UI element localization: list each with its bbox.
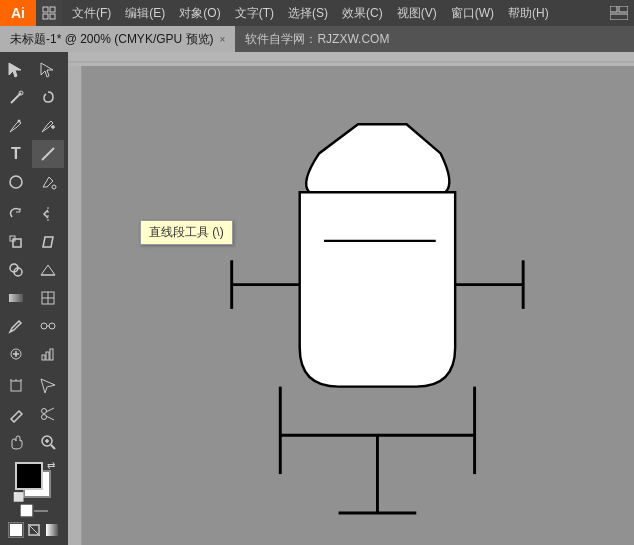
selection-tool[interactable]: [0, 56, 32, 84]
mirror-tool[interactable]: [32, 200, 64, 228]
tool-row-symbol: [0, 340, 68, 368]
normal-mode-btn[interactable]: [18, 504, 50, 520]
tab-active-label: 未标题-1* @ 200% (CMYK/GPU 预览): [10, 31, 214, 48]
tool-row-artboard: [0, 372, 68, 400]
svg-line-49: [28, 524, 40, 536]
svg-rect-29: [42, 355, 45, 360]
tooltip: 直线段工具 (\): [140, 220, 233, 245]
canvas-area: 直线段工具 (\): [68, 52, 634, 545]
tab-inactive[interactable]: 软件自学网：RJZXW.COM: [235, 26, 399, 52]
tool-row-scale: [0, 228, 68, 256]
workspace-icon[interactable]: [36, 0, 62, 26]
svg-rect-4: [610, 6, 617, 12]
bottom-tools: [8, 504, 60, 542]
menu-file[interactable]: 文件(F): [66, 3, 117, 24]
svg-rect-47: [10, 524, 22, 536]
pen-tool[interactable]: [0, 112, 32, 140]
horizontal-ruler: [68, 52, 634, 66]
svg-point-14: [52, 185, 56, 189]
symbol-tool[interactable]: [0, 340, 32, 368]
paintbucket-tool[interactable]: [32, 168, 64, 196]
svg-rect-0: [43, 7, 48, 12]
svg-rect-2: [43, 14, 48, 19]
menu-bar: Ai 文件(F) 编辑(E) 对象(O) 文字(T) 选择(S) 效果(C) 视…: [0, 0, 634, 26]
menu-items: 文件(F) 编辑(E) 对象(O) 文字(T) 选择(S) 效果(C) 视图(V…: [62, 3, 559, 24]
magic-wand-tool[interactable]: [0, 84, 32, 112]
artwork-svg[interactable]: [82, 66, 634, 545]
svg-rect-50: [46, 524, 58, 536]
fill-btn[interactable]: [8, 522, 24, 538]
color-area: ⇄ ⬜: [0, 456, 70, 545]
left-toolbar: T: [0, 52, 68, 545]
shear-tool[interactable]: [32, 228, 64, 256]
scissors-tool[interactable]: [32, 400, 64, 428]
foreground-color-box[interactable]: [15, 462, 43, 490]
lasso-tool[interactable]: [32, 84, 64, 112]
menu-view[interactable]: 视图(V): [391, 3, 443, 24]
tab-close-button[interactable]: ×: [220, 34, 226, 45]
menu-window[interactable]: 窗口(W): [445, 3, 500, 24]
ellipse-tool[interactable]: [0, 168, 32, 196]
mode-row: [18, 504, 50, 520]
canvas-content: [82, 66, 634, 545]
tool-row-select: [0, 56, 68, 84]
svg-rect-6: [610, 14, 628, 20]
tool-row-rotate: [0, 200, 68, 228]
tool-row-hand: [0, 428, 68, 456]
zoom-tool[interactable]: [32, 428, 64, 456]
tool-row-pen: [0, 112, 68, 140]
shape-builder-tool[interactable]: [0, 256, 32, 284]
tool-row-eyedrop: [0, 312, 68, 340]
menu-select[interactable]: 选择(S): [282, 3, 334, 24]
scale-tool[interactable]: [0, 228, 32, 256]
tab-active[interactable]: 未标题-1* @ 200% (CMYK/GPU 预览) ×: [0, 26, 235, 52]
line-tool[interactable]: [32, 140, 64, 168]
svg-line-12: [42, 148, 54, 160]
add-anchor-tool[interactable]: [32, 112, 64, 140]
tool-row-shape: [0, 168, 68, 196]
vertical-ruler: [68, 66, 82, 545]
slice-tool[interactable]: [32, 372, 64, 400]
menu-help[interactable]: 帮助(H): [502, 3, 555, 24]
menu-effect[interactable]: 效果(C): [336, 3, 389, 24]
svg-rect-5: [619, 6, 628, 12]
svg-rect-16: [13, 239, 21, 247]
chart-tool[interactable]: [32, 340, 64, 368]
color-swatches[interactable]: ⇄ ⬜: [13, 460, 55, 502]
tool-row-builder: [0, 256, 68, 284]
hand-tool[interactable]: [0, 428, 32, 456]
tool-row-gradient: [0, 284, 68, 312]
svg-rect-54: [68, 52, 634, 66]
gradient-tool[interactable]: [0, 284, 32, 312]
reset-colors-icon[interactable]: ⬜: [13, 492, 24, 502]
artboard-tool[interactable]: [0, 372, 32, 400]
svg-point-25: [41, 323, 47, 329]
svg-rect-1: [50, 7, 55, 12]
tool-row-wand: [0, 84, 68, 112]
svg-rect-30: [46, 352, 49, 360]
svg-line-39: [46, 416, 54, 420]
blend-tool[interactable]: [32, 312, 64, 340]
arrange-windows-icon[interactable]: [610, 6, 628, 20]
view-mode-row: [8, 522, 60, 538]
menu-object[interactable]: 对象(O): [173, 3, 226, 24]
svg-point-26: [49, 323, 55, 329]
svg-point-13: [10, 176, 22, 188]
svg-line-38: [46, 408, 54, 412]
rotate-tool[interactable]: [0, 200, 32, 228]
stroke-btn[interactable]: [26, 522, 42, 538]
direct-select-tool[interactable]: [32, 56, 64, 84]
tab-inactive-label: 软件自学网：RJZXW.COM: [245, 31, 389, 48]
tool-row-eraser: [0, 400, 68, 428]
gradient-btn[interactable]: [44, 522, 60, 538]
mesh-tool[interactable]: [32, 284, 64, 312]
tool-row-type: T: [0, 140, 68, 168]
svg-rect-31: [50, 349, 53, 360]
eraser-tool[interactable]: [0, 400, 32, 428]
menu-type[interactable]: 文字(T): [229, 3, 280, 24]
eyedropper-tool[interactable]: [0, 312, 32, 340]
menu-edit[interactable]: 编辑(E): [119, 3, 171, 24]
type-tool[interactable]: T: [0, 140, 32, 168]
perspective-tool[interactable]: [32, 256, 64, 284]
svg-rect-3: [50, 14, 55, 19]
